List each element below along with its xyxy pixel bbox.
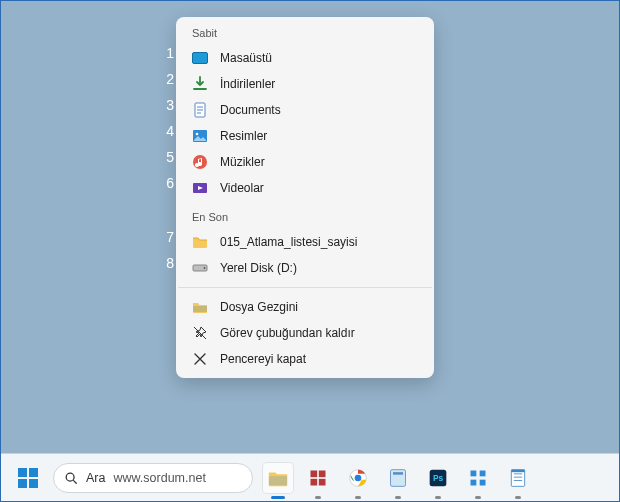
unpin-icon xyxy=(192,325,208,341)
taskbar: Ara www.sordum.net Ps xyxy=(1,453,619,501)
svg-rect-21 xyxy=(393,472,403,475)
running-indicator xyxy=(435,496,441,499)
row-number: 8 xyxy=(156,255,174,271)
jumplist-panel: Sabit 1 Masaüstü 2 İndirilenler 3 Docume… xyxy=(176,17,434,378)
svg-rect-15 xyxy=(319,470,326,477)
running-indicator xyxy=(475,496,481,499)
pinned-item-label: İndirilenler xyxy=(220,77,275,91)
svg-rect-8 xyxy=(18,468,27,477)
svg-rect-11 xyxy=(29,479,38,488)
taskbar-item-app-blocks[interactable] xyxy=(463,463,493,493)
taskbar-item-notepad[interactable] xyxy=(503,463,533,493)
svg-rect-13 xyxy=(269,476,287,485)
row-number: 4 xyxy=(156,123,174,139)
task-unpin[interactable]: Görev çubuğundan kaldır xyxy=(178,320,432,346)
row-number: 1 xyxy=(156,45,174,61)
svg-text:Ps: Ps xyxy=(433,473,444,483)
task-label: Dosya Gezgini xyxy=(220,300,298,314)
svg-rect-24 xyxy=(471,470,477,476)
svg-rect-25 xyxy=(480,470,486,476)
task-label: Görev çubuğundan kaldır xyxy=(220,326,355,340)
svg-rect-27 xyxy=(480,479,486,485)
folder-icon xyxy=(192,234,208,250)
taskbar-search[interactable]: Ara www.sordum.net xyxy=(53,463,253,493)
pinned-item-downloads[interactable]: İndirilenler xyxy=(178,71,432,97)
svg-point-19 xyxy=(355,474,362,481)
recent-item-folder[interactable]: 015_Atlama_listesi_sayisi xyxy=(178,229,432,255)
separator xyxy=(178,287,432,288)
recent-header: En Son xyxy=(178,207,432,229)
recent-item-drive[interactable]: Yerel Disk (D:) xyxy=(178,255,432,281)
recent-item-label: 015_Atlama_listesi_sayisi xyxy=(220,235,357,249)
taskbar-item-photoshop[interactable]: Ps xyxy=(423,463,453,493)
desktop-icon xyxy=(192,50,208,66)
recent-item-label: Yerel Disk (D:) xyxy=(220,261,297,275)
search-label: Ara xyxy=(86,471,105,485)
svg-rect-17 xyxy=(319,478,326,485)
document-icon xyxy=(192,102,208,118)
svg-rect-20 xyxy=(391,469,406,486)
svg-point-3 xyxy=(193,155,207,169)
pinned-item-label: Documents xyxy=(220,103,281,117)
svg-rect-10 xyxy=(18,479,27,488)
running-indicator xyxy=(395,496,401,499)
svg-rect-9 xyxy=(29,468,38,477)
running-indicator xyxy=(355,496,361,499)
pinned-item-label: Müzikler xyxy=(220,155,265,169)
pinned-item-pictures[interactable]: Resimler xyxy=(178,123,432,149)
download-icon xyxy=(192,76,208,92)
svg-rect-26 xyxy=(471,479,477,485)
task-label: Pencereyi kapat xyxy=(220,352,306,366)
search-term: www.sordum.net xyxy=(113,471,205,485)
svg-rect-14 xyxy=(311,470,318,477)
pinned-item-videos[interactable]: Videolar xyxy=(178,175,432,201)
row-number: 3 xyxy=(156,97,174,113)
taskbar-item-explorer[interactable] xyxy=(263,463,293,493)
running-indicator xyxy=(271,496,285,499)
music-icon xyxy=(192,154,208,170)
search-icon xyxy=(64,471,78,485)
row-number: 7 xyxy=(156,229,174,245)
svg-point-2 xyxy=(196,133,199,136)
video-icon xyxy=(192,180,208,196)
pinned-item-label: Videolar xyxy=(220,181,264,195)
pinned-item-label: Resimler xyxy=(220,129,267,143)
pictures-icon xyxy=(192,128,208,144)
running-indicator xyxy=(315,496,321,499)
pinned-item-label: Masaüstü xyxy=(220,51,272,65)
row-number: 6 xyxy=(156,175,174,191)
row-number: 2 xyxy=(156,71,174,87)
task-close-window[interactable]: Pencereyi kapat xyxy=(178,346,432,372)
pinned-item-music[interactable]: Müzikler xyxy=(178,149,432,175)
svg-rect-29 xyxy=(511,469,524,472)
taskbar-item-app-blue[interactable] xyxy=(383,463,413,493)
pinned-header: Sabit xyxy=(178,23,432,45)
close-icon xyxy=(192,351,208,367)
task-open-explorer[interactable]: Dosya Gezgini xyxy=(178,294,432,320)
drive-icon xyxy=(192,260,208,276)
taskbar-item-chrome[interactable] xyxy=(343,463,373,493)
start-button[interactable] xyxy=(13,463,43,493)
svg-rect-7 xyxy=(193,306,207,312)
pinned-item-documents[interactable]: Documents xyxy=(178,97,432,123)
svg-point-12 xyxy=(66,473,74,481)
row-number: 5 xyxy=(156,149,174,165)
taskbar-item-app-red[interactable] xyxy=(303,463,333,493)
explorer-icon xyxy=(192,299,208,315)
running-indicator xyxy=(515,496,521,499)
svg-rect-16 xyxy=(311,478,318,485)
svg-point-6 xyxy=(204,267,206,269)
pinned-item-desktop[interactable]: Masaüstü xyxy=(178,45,432,71)
